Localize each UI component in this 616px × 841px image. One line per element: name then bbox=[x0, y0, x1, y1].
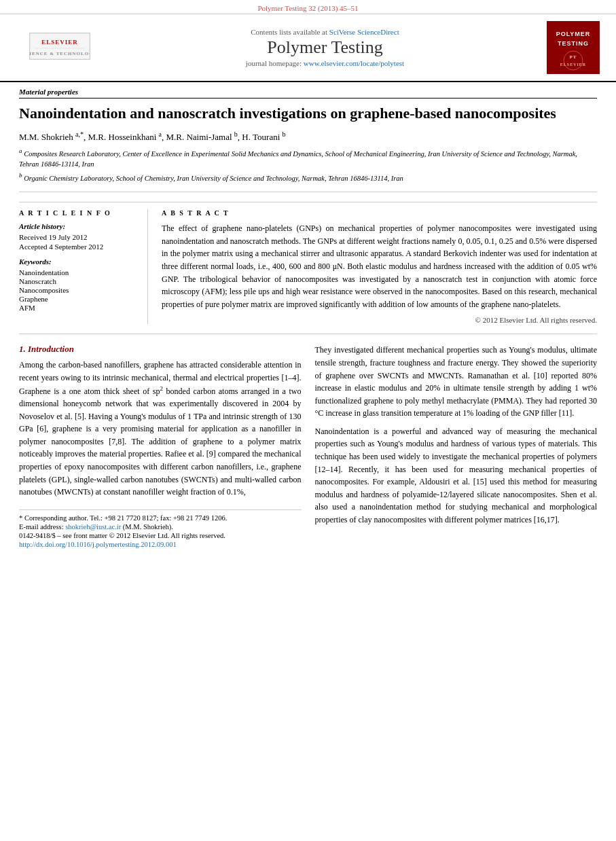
article-info-col: A R T I C L E I N F O Article history: R… bbox=[19, 209, 148, 324]
footnote-area: * Corresponding author. Tel.: +98 21 772… bbox=[19, 509, 302, 548]
received-date: Received 19 July 2012 bbox=[19, 233, 138, 241]
doi-link[interactable]: http://dx.doi.org/10.1016/j.polymertesti… bbox=[19, 541, 177, 548]
homepage-url[interactable]: www.elsevier.com/locate/polytest bbox=[304, 59, 404, 67]
svg-text:TESTING: TESTING bbox=[558, 40, 589, 47]
article-title: Nanoindentation and nanoscratch investig… bbox=[19, 104, 597, 124]
top-journal-bar: Polymer Testing 32 (2013) 45–51 bbox=[0, 0, 616, 14]
journal-volume-info: Polymer Testing 32 (2013) 45–51 bbox=[257, 4, 358, 12]
keyword-3: Nanocomposites bbox=[19, 286, 138, 294]
journal-header-left: ELSEVIER SCIENCE & TECHNOLOGY bbox=[12, 21, 107, 74]
section-category: Material properties bbox=[19, 88, 597, 99]
affiliation-a: a Composites Research Laboratory, Center… bbox=[19, 147, 597, 170]
affiliations-block: a Composites Research Laboratory, Center… bbox=[19, 147, 597, 192]
article-content: Material properties Nanoindentation and … bbox=[0, 82, 616, 563]
footnote-2: E-mail address: shokrieh@iust.ac.ir (M.M… bbox=[19, 523, 302, 531]
section1-para3: Nanoindentation is a powerful and advanc… bbox=[315, 425, 598, 526]
article-info-heading: A R T I C L E I N F O bbox=[19, 209, 138, 217]
email-link[interactable]: shokrieh@iust.ac.ir bbox=[65, 523, 121, 531]
authors-text: M.M. Shokrieh a,*, M.R. Hosseinkhani a, … bbox=[19, 132, 286, 142]
affiliation-b: b Organic Chemistry Laboratory, School o… bbox=[19, 171, 597, 183]
section1-para2: They investigated different mechanical p… bbox=[315, 344, 598, 420]
authors-line: M.M. Shokrieh a,*, M.R. Hosseinkhani a, … bbox=[19, 130, 597, 143]
keyword-4: Graphene bbox=[19, 295, 138, 303]
accepted-date: Accepted 4 September 2012 bbox=[19, 243, 138, 251]
footnote-1: * Corresponding author. Tel.: +98 21 772… bbox=[19, 514, 302, 522]
section1-para1: Among the carbon-based nanofillers, grap… bbox=[19, 359, 302, 499]
footnote-3: 0142-9418/$ – see front matter © 2012 El… bbox=[19, 532, 302, 539]
journal-title: Polymer Testing bbox=[267, 37, 382, 58]
body-col-right: They investigated different mechanical p… bbox=[315, 344, 598, 550]
info-abstract-section: A R T I C L E I N F O Article history: R… bbox=[19, 202, 597, 324]
sciverse-anchor[interactable]: SciVerse ScienceDirect bbox=[329, 28, 399, 36]
divider bbox=[19, 334, 597, 334]
journal-homepage: journal homepage: www.elsevier.com/locat… bbox=[246, 59, 404, 67]
keyword-5: AFM bbox=[19, 304, 138, 312]
svg-text:SCIENCE & TECHNOLOGY: SCIENCE & TECHNOLOGY bbox=[30, 51, 90, 56]
body-section: 1. Introduction Among the carbon-based n… bbox=[19, 344, 597, 550]
footnote-4: http://dx.doi.org/10.1016/j.polymertesti… bbox=[19, 541, 302, 548]
svg-text:PT: PT bbox=[570, 54, 577, 60]
keywords-label: Keywords: bbox=[19, 257, 138, 266]
body-col-left: 1. Introduction Among the carbon-based n… bbox=[19, 344, 302, 550]
sciverse-link: Contents lists available at SciVerse Sci… bbox=[251, 28, 399, 36]
copyright-line: © 2012 Elsevier Ltd. All rights reserved… bbox=[162, 316, 597, 324]
section1-heading: 1. Introduction bbox=[19, 344, 302, 355]
svg-text:ELSEVIER: ELSEVIER bbox=[560, 62, 586, 67]
keywords-section: Keywords: Nanoindentation Nanoscratch Na… bbox=[19, 257, 138, 312]
svg-text:ELSEVIER: ELSEVIER bbox=[41, 39, 78, 46]
history-label: Article history: bbox=[19, 222, 138, 230]
abstract-col: A B S T R A C T The effect of graphene n… bbox=[162, 209, 597, 324]
svg-text:POLYMER: POLYMER bbox=[556, 31, 591, 37]
journal-header-right: POLYMER TESTING PT ELSEVIER bbox=[543, 21, 604, 74]
journal-header: ELSEVIER SCIENCE & TECHNOLOGY Contents l… bbox=[0, 14, 616, 82]
keyword-1: Nanoindentation bbox=[19, 268, 138, 276]
journal-badge: POLYMER TESTING PT ELSEVIER bbox=[547, 21, 600, 74]
journal-header-center: Contents lists available at SciVerse Sci… bbox=[107, 21, 543, 74]
abstract-heading: A B S T R A C T bbox=[162, 209, 597, 217]
elsevier-logo: ELSEVIER SCIENCE & TECHNOLOGY bbox=[29, 33, 90, 60]
abstract-text: The effect of graphene nano-platelets (G… bbox=[162, 222, 597, 310]
keyword-2: Nanoscratch bbox=[19, 277, 138, 285]
